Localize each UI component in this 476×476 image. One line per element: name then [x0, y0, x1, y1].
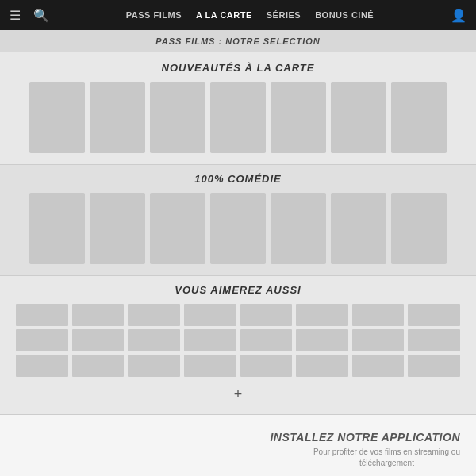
footer-area: INSTALLEZ NOTRE APPLICATION Pour profite… [0, 415, 476, 476]
card-placeholder[interactable] [240, 355, 293, 377]
card-placeholder[interactable] [408, 329, 460, 351]
card-placeholder[interactable] [16, 329, 68, 351]
card-placeholder[interactable] [16, 304, 68, 326]
section-nouveautes: NOUVEAUTÉS À LA CARTE [0, 52, 476, 164]
card-placeholder[interactable] [128, 304, 180, 326]
card-placeholder[interactable] [331, 82, 386, 153]
card-placeholder[interactable] [352, 329, 405, 351]
card-placeholder[interactable] [90, 193, 145, 264]
sub-header-text: PASS FILMS : NOTRE SELECTION [155, 36, 320, 46]
section-title-aimerez: VOUS AIMEREZ AUSSI [16, 284, 460, 296]
card-placeholder[interactable] [72, 355, 125, 377]
nav-pass-films[interactable]: PASS FILMS [126, 10, 182, 20]
card-placeholder[interactable] [352, 355, 405, 377]
card-placeholder[interactable] [184, 355, 236, 377]
navbar: ☰ 🔍 PASS FILMS A LA CARTE SÉRIES BONUS C… [0, 0, 476, 30]
card-placeholder[interactable] [352, 304, 405, 326]
main-content: NOUVEAUTÉS À LA CARTE 100% COMÉDIE VOUS … [0, 52, 476, 414]
navbar-left: ☰ 🔍 [10, 8, 49, 23]
menu-icon[interactable]: ☰ [10, 8, 21, 23]
footer-app-title: INSTALLEZ NOTRE APPLICATION [270, 431, 460, 443]
section-title-nouveautes: NOUVEAUTÉS À LA CARTE [16, 62, 460, 74]
card-placeholder[interactable] [210, 82, 266, 153]
card-placeholder[interactable] [184, 329, 236, 351]
card-placeholder[interactable] [296, 329, 348, 351]
card-placeholder[interactable] [296, 304, 348, 326]
card-placeholder[interactable] [331, 193, 386, 264]
card-placeholder[interactable] [271, 82, 326, 153]
footer-app-subtitle: Pour profiter de vos films en streaming … [313, 447, 460, 469]
nav-bonus-cine[interactable]: BONUS CINÉ [315, 10, 374, 20]
card-placeholder[interactable] [150, 82, 205, 153]
card-placeholder[interactable] [408, 304, 460, 326]
card-placeholder[interactable] [29, 193, 85, 264]
section-title-comedie: 100% COMÉDIE [16, 173, 460, 185]
card-placeholder[interactable] [271, 193, 326, 264]
card-placeholder[interactable] [210, 193, 266, 264]
comedie-cards-row [16, 193, 460, 264]
card-placeholder[interactable] [391, 193, 447, 264]
aimerez-cards-row-3 [16, 355, 460, 377]
card-placeholder[interactable] [90, 82, 145, 153]
card-placeholder[interactable] [16, 355, 68, 377]
card-placeholder[interactable] [128, 355, 180, 377]
section-comedie: 100% COMÉDIE [0, 165, 476, 275]
nouveautes-cards-row [16, 82, 460, 153]
nav-links: PASS FILMS A LA CARTE SÉRIES BONUS CINÉ [65, 10, 435, 20]
card-placeholder[interactable] [184, 304, 236, 326]
card-placeholder[interactable] [240, 304, 293, 326]
nav-a-la-carte[interactable]: A LA CARTE [196, 10, 252, 20]
sub-header: PASS FILMS : NOTRE SELECTION [0, 30, 476, 52]
card-placeholder[interactable] [240, 329, 293, 351]
aimerez-cards-row-1 [16, 304, 460, 326]
card-placeholder[interactable] [391, 82, 447, 153]
card-placeholder[interactable] [128, 329, 180, 351]
card-placeholder[interactable] [408, 355, 460, 377]
user-icon[interactable]: 👤 [451, 8, 466, 23]
card-placeholder[interactable] [29, 82, 85, 153]
search-icon[interactable]: 🔍 [33, 8, 49, 23]
nav-series[interactable]: SÉRIES [267, 10, 301, 20]
card-placeholder[interactable] [72, 304, 125, 326]
section-aimerez: VOUS AIMEREZ AUSSI [0, 276, 476, 414]
card-placeholder[interactable] [72, 329, 125, 351]
plus-button[interactable]: + [16, 380, 460, 411]
aimerez-cards-row-2 [16, 329, 460, 351]
card-placeholder[interactable] [296, 355, 348, 377]
card-placeholder[interactable] [150, 193, 205, 264]
